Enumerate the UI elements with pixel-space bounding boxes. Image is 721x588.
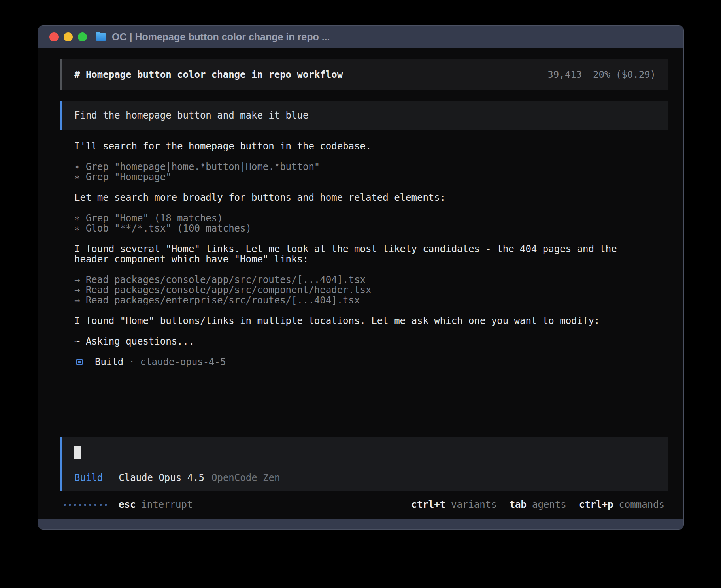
spinner-dot [100, 504, 102, 506]
key-ctrl+p: ctrl+p [579, 499, 613, 510]
key-ctrl+t: ctrl+t [411, 499, 445, 510]
key-esc: esc [119, 499, 136, 510]
assistant-transcript: I'll search for the homepage button in t… [60, 141, 668, 367]
agent-build-icon [76, 359, 83, 365]
agent-status-line: Build · claude-opus-4-5 [74, 357, 668, 367]
desktop: OC | Homepage button color change in rep… [0, 0, 721, 588]
spinner-dot [94, 504, 96, 506]
input-mode-row: Build Claude Opus 4.5 OpenCode Zen [74, 472, 656, 483]
transcript-line: I found several "Home" links. Let me loo… [74, 244, 668, 254]
transcript-lines: I'll search for the homepage button in t… [74, 141, 668, 357]
key-tab: tab [510, 499, 527, 510]
label-commands: commands [619, 499, 664, 510]
minimize-button[interactable] [64, 32, 73, 41]
hint-interrupt: escinterrupt [119, 499, 193, 510]
transcript-line: → Read packages/console/app/src/componen… [74, 285, 668, 295]
folder-icon [96, 33, 106, 41]
spinner-dots [64, 504, 107, 506]
transcript-line: ~ Asking questions... [74, 336, 668, 347]
terminal-window: OC | Homepage button color change in rep… [38, 25, 684, 530]
spinner-dot [105, 504, 107, 506]
label-agents: agents [532, 499, 566, 510]
terminal-content: # Homepage button color change in repo w… [38, 48, 683, 519]
label-interrupt: interrupt [141, 499, 193, 510]
model-label: Claude Opus 4.5 [119, 472, 204, 483]
agent-name: Build [95, 356, 123, 368]
spinner-dot [74, 504, 76, 506]
transcript-line: → Read packages/console/app/src/routes/[… [74, 275, 668, 285]
spinner-dot [64, 504, 66, 506]
transcript-line [74, 182, 668, 192]
status-bar-right: ctrl+tvariantstabagentsctrl+pcommands [411, 499, 664, 510]
transcript-line: ∗ Grep "homepage|home.*button|Home.*butt… [74, 162, 668, 172]
spinner-dot [84, 504, 86, 506]
hint-agents: tabagents [510, 499, 566, 510]
transcript-line [74, 151, 668, 162]
status-bar: escinterrupt ctrl+tvariantstabagentsctrl… [60, 497, 668, 513]
label-variants: variants [451, 499, 497, 510]
hint-variants: ctrl+tvariants [411, 499, 496, 510]
text-cursor [74, 446, 81, 459]
transcript-line: ∗ Glob "**/*.tsx" (100 matches) [74, 223, 668, 234]
user-message-text: Find the homepage button and make it blu… [74, 110, 308, 121]
fullscreen-button[interactable] [78, 32, 87, 41]
transcript-line: ∗ Grep "Home" (18 matches) [74, 213, 668, 223]
spinner-dot [69, 504, 71, 506]
provider-label: OpenCode Zen [211, 472, 280, 483]
token-count: 39,413 [547, 69, 582, 80]
traffic-lights [49, 32, 87, 41]
transcript-line: I found "Home" buttons/links in multiple… [74, 316, 668, 326]
status-bar-left: escinterrupt [64, 499, 193, 510]
transcript-line [74, 326, 668, 336]
agent-separator: · [129, 356, 134, 368]
close-button[interactable] [49, 32, 59, 41]
agent-mode-label: Build [74, 472, 103, 483]
session-title: # Homepage button color change in repo w… [74, 69, 343, 80]
transcript-line: I'll search for the homepage button in t… [74, 141, 668, 151]
transcript-line [74, 264, 668, 275]
transcript-line: → Read packages/enterprise/src/routes/[.… [74, 295, 668, 305]
window-bottom-edge [38, 519, 683, 529]
session-stats: 39,413 20% ($0.29) [547, 69, 656, 80]
session-header: # Homepage button color change in repo w… [60, 59, 668, 90]
window-title: OC | Homepage button color change in rep… [112, 31, 330, 43]
spinner-dot [89, 504, 91, 506]
spinner-dot [79, 504, 81, 506]
context-usage: 20% ($0.29) [593, 69, 656, 80]
transcript-line [74, 203, 668, 213]
prompt-input[interactable]: Build Claude Opus 4.5 OpenCode Zen [60, 437, 668, 491]
transcript-line [74, 234, 668, 244]
transcript-line [74, 347, 668, 357]
transcript-line: Let me search more broadly for buttons a… [74, 192, 668, 203]
transcript-line: header component which have "Home" links… [74, 254, 668, 264]
transcript-line [74, 305, 668, 316]
transcript-line: ∗ Grep "Homepage" [74, 172, 668, 182]
hint-commands: ctrl+pcommands [579, 499, 664, 510]
window-titlebar[interactable]: OC | Homepage button color change in rep… [38, 26, 683, 48]
user-message: Find the homepage button and make it blu… [60, 101, 668, 130]
agent-model: claude-opus-4-5 [140, 356, 226, 368]
